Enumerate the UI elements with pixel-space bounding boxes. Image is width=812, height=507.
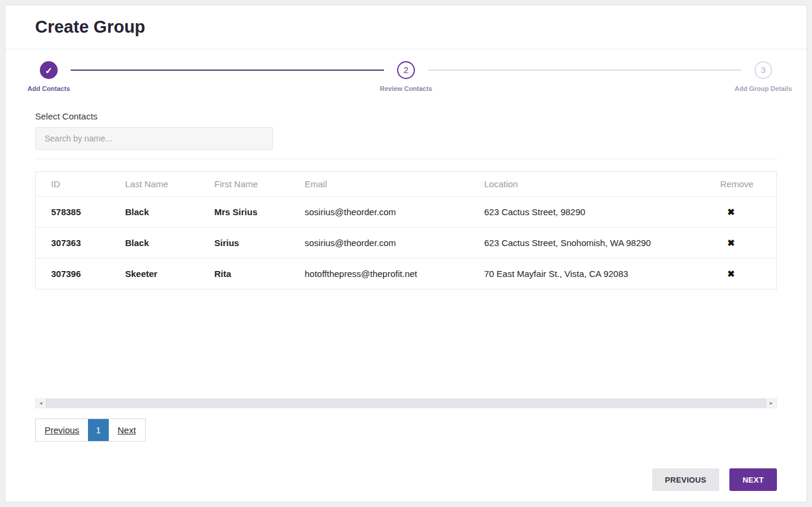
wizard-footer: PREVIOUS NEXT xyxy=(5,468,807,502)
section-divider xyxy=(35,159,777,159)
cell-id: 578385 xyxy=(36,197,110,228)
horizontal-scrollbar[interactable]: ◄ ► xyxy=(35,398,777,408)
cell-last-name: Black xyxy=(110,197,199,228)
step-2-label: Review Contacts xyxy=(380,85,432,92)
remove-icon: ✖ xyxy=(728,269,735,279)
table-row: 578385 Black Mrs Sirius sosirius@theorde… xyxy=(36,197,777,228)
cell-remove: ✖ xyxy=(705,197,777,228)
cell-first-name: Mrs Sirius xyxy=(199,197,289,228)
remove-contact-button[interactable]: ✖ xyxy=(724,236,739,250)
contacts-table: ID Last Name First Name Email Location R… xyxy=(35,171,777,289)
column-header-email: Email xyxy=(289,172,469,197)
cell-first-name: Rita xyxy=(199,259,289,289)
column-header-location: Location xyxy=(469,172,705,197)
remove-contact-button[interactable]: ✖ xyxy=(724,205,739,219)
pagination: Previous 1 Next xyxy=(35,418,146,442)
cell-location: 623 Cactus Street, Snohomish, WA 98290 xyxy=(469,228,705,259)
cell-last-name: Skeeter xyxy=(110,259,199,289)
step-1-circle[interactable]: ✓ xyxy=(40,61,58,79)
remove-icon: ✖ xyxy=(728,207,735,217)
stepper-connector-todo xyxy=(428,70,741,71)
column-header-last-name: Last Name xyxy=(110,172,199,197)
cell-last-name: Black xyxy=(110,228,199,259)
cell-email: sosirius@theorder.com xyxy=(289,197,469,228)
scrollbar-thumb[interactable] xyxy=(46,399,766,408)
page-title: Create Group xyxy=(35,17,777,37)
pagination-current-page[interactable]: 1 xyxy=(88,419,108,441)
cell-id: 307396 xyxy=(36,259,110,289)
cell-location: 70 East Mayfair St., Vista, CA 92083 xyxy=(469,259,705,289)
step-1-label: Add Contacts xyxy=(27,85,70,92)
step-3-label: Add Group Details xyxy=(735,85,792,92)
select-contacts-label: Select Contacts xyxy=(35,111,777,121)
table-row: 307363 Black Sirius sosirius@theorder.co… xyxy=(36,228,777,259)
column-header-id: ID xyxy=(36,172,110,197)
step-2-circle[interactable]: 2 xyxy=(397,61,415,79)
cell-email: hotoffthepress@theprofit.net xyxy=(289,259,469,289)
content-area: Select Contacts ID Last Name First Name … xyxy=(5,96,807,442)
scroll-right-icon[interactable]: ► xyxy=(766,399,776,408)
cell-first-name: Sirius xyxy=(199,228,289,259)
cell-email: sosirius@theorder.com xyxy=(289,228,469,259)
pagination-previous[interactable]: Previous xyxy=(36,419,88,441)
remove-contact-button[interactable]: ✖ xyxy=(724,267,739,281)
check-icon: ✓ xyxy=(45,66,53,75)
previous-step-button[interactable]: PREVIOUS xyxy=(652,468,720,491)
card-header: Create Group xyxy=(5,5,807,49)
cell-location: 623 Cactus Street, 98290 xyxy=(469,197,705,228)
step-3-circle[interactable]: 3 xyxy=(754,61,772,79)
column-header-remove: Remove xyxy=(705,172,777,197)
next-step-button[interactable]: NEXT xyxy=(729,468,777,491)
cell-remove: ✖ xyxy=(705,228,777,259)
column-header-first-name: First Name xyxy=(199,172,289,197)
table-row: 307396 Skeeter Rita hotoffthepress@thepr… xyxy=(36,259,777,289)
cell-remove: ✖ xyxy=(705,259,777,289)
stepper-connector-done xyxy=(71,70,384,71)
scroll-left-icon[interactable]: ◄ xyxy=(36,399,46,408)
search-input[interactable] xyxy=(35,127,273,150)
stepper-labels: Add Contacts Review Contacts Add Group D… xyxy=(35,85,777,96)
step-3-number: 3 xyxy=(761,65,766,75)
wizard-stepper: ✓ 2 3 Add Contacts Review Contacts Add G… xyxy=(5,49,807,96)
table-header-row: ID Last Name First Name Email Location R… xyxy=(36,172,777,197)
pagination-next[interactable]: Next xyxy=(109,419,145,441)
create-group-card: Create Group ✓ 2 3 Add Contacts Review C… xyxy=(5,5,807,502)
page: Create Group ✓ 2 3 Add Contacts Review C… xyxy=(0,0,812,507)
cell-id: 307363 xyxy=(36,228,110,259)
step-2-number: 2 xyxy=(404,65,408,75)
remove-icon: ✖ xyxy=(728,238,735,248)
stepper-track: ✓ 2 3 xyxy=(35,61,777,79)
